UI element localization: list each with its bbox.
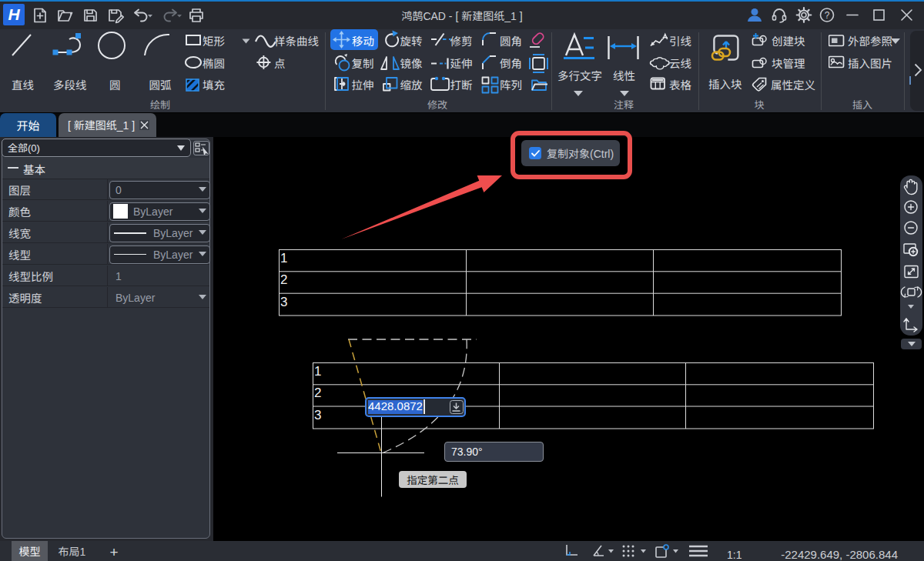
svg-text:?: ? [825, 10, 830, 21]
